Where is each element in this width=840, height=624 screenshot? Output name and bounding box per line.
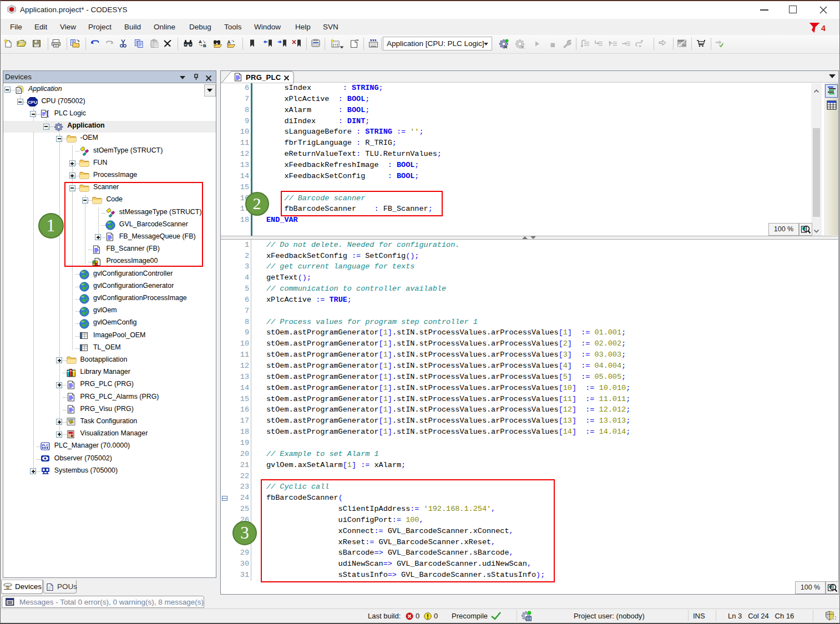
svg-text:CPU: CPU (28, 100, 37, 105)
svg-text:PLC: PLC (42, 443, 49, 447)
svg-text:A: A (199, 39, 202, 44)
svg-text:B: B (203, 43, 206, 48)
